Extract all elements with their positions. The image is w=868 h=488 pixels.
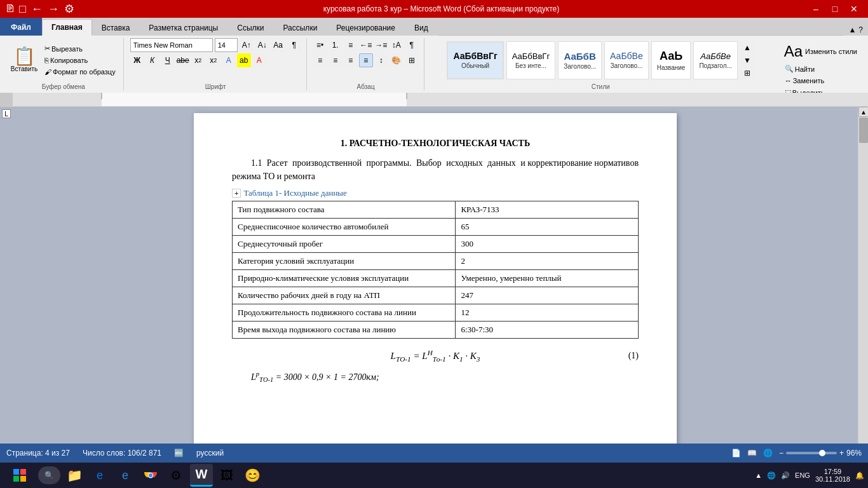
decrease-indent-button[interactable]: ←≡ bbox=[359, 38, 373, 52]
view-print-icon[interactable]: 📄 bbox=[731, 449, 741, 458]
tab-home[interactable]: Главная bbox=[42, 19, 92, 36]
tab-view[interactable]: Вид bbox=[405, 19, 438, 36]
superscript-button[interactable]: x2 bbox=[207, 53, 220, 67]
line-spacing-button[interactable]: ↕ bbox=[374, 53, 388, 67]
status-bar: Страница: 4 из 27 Число слов: 106/2 871 … bbox=[0, 444, 868, 463]
align-left-button[interactable]: ≡ bbox=[313, 53, 327, 67]
style-zagolovok1[interactable]: АаБбВ Заголово... bbox=[558, 41, 602, 79]
highlight-button[interactable]: ab bbox=[237, 53, 251, 67]
scroll-up-button[interactable]: ▲ bbox=[858, 107, 868, 117]
scroll-track[interactable] bbox=[858, 117, 868, 459]
taskbar-search[interactable]: 🔍 bbox=[38, 466, 60, 484]
font-shrink-button[interactable]: A↓ bbox=[255, 38, 269, 52]
text-effects-button[interactable]: A bbox=[222, 53, 236, 67]
view-reading-icon[interactable]: 📖 bbox=[747, 449, 757, 458]
taskbar-settings[interactable]: ⚙ bbox=[165, 464, 187, 487]
maximize-button[interactable]: □ bbox=[826, 3, 844, 15]
format-painter-button[interactable]: 🖌 Формат по образцу bbox=[42, 67, 118, 77]
taskbar-edge[interactable]: e bbox=[88, 464, 111, 487]
show-formatting-button[interactable]: ¶ bbox=[405, 38, 419, 52]
style-obychny-preview: АаБбВвГг bbox=[453, 51, 497, 61]
align-center-button[interactable]: ≡ bbox=[329, 53, 342, 67]
sort-button[interactable]: ↕A bbox=[390, 38, 403, 52]
taskbar-file-explorer[interactable]: 📁 bbox=[63, 464, 86, 487]
font-size-input[interactable] bbox=[215, 38, 238, 52]
tab-page-layout[interactable]: Разметка страницы bbox=[139, 19, 227, 36]
styles-expand[interactable]: ⊞ bbox=[740, 67, 754, 79]
zoom-thumb[interactable] bbox=[819, 450, 825, 456]
multilevel-button[interactable]: ≡ bbox=[344, 38, 358, 52]
tab-references[interactable]: Ссылки bbox=[227, 19, 273, 36]
increase-indent-button[interactable]: →≡ bbox=[374, 38, 388, 52]
view-web-icon[interactable]: 🌐 bbox=[763, 449, 773, 458]
start-button[interactable] bbox=[4, 465, 36, 485]
style-zagolovok2[interactable]: АаБбВе Заголово... bbox=[604, 41, 649, 79]
table-row: Категория условий эксплуатации 2 bbox=[233, 253, 639, 270]
volume-icon[interactable]: 🔊 bbox=[781, 471, 790, 480]
lang-indicator[interactable]: ENG bbox=[795, 471, 810, 479]
italic-button[interactable]: К bbox=[146, 53, 159, 67]
style-zagolovok2-preview: АаБбВе bbox=[610, 51, 643, 61]
network-icon[interactable]: 🌐 bbox=[767, 471, 776, 480]
zoom-in-button[interactable]: + bbox=[839, 449, 844, 458]
strikethrough-button[interactable]: abe bbox=[176, 53, 190, 67]
style-obychny[interactable]: АаБбВвГг Обычный bbox=[447, 41, 503, 79]
close-button[interactable]: ✕ bbox=[845, 3, 863, 15]
styles-scroll-up[interactable]: ▲ bbox=[740, 41, 754, 54]
borders-button[interactable]: ⊞ bbox=[405, 53, 419, 67]
help-icon[interactable]: ? bbox=[858, 25, 863, 34]
clock[interactable]: 17:59 30.11.2018 bbox=[815, 468, 850, 483]
shading-button[interactable]: 🎨 bbox=[390, 53, 403, 67]
font-group: A↑ A↓ Aa ¶ Ж К Ч abe x2 x2 A ab A Шрифт bbox=[125, 38, 307, 90]
vertical-scrollbar[interactable]: ▲ ▼ bbox=[858, 107, 868, 469]
tab-insert[interactable]: Вставка bbox=[92, 19, 140, 36]
zoom-slider[interactable] bbox=[786, 452, 837, 454]
taskbar-app8[interactable]: 😊 bbox=[241, 464, 264, 487]
taskbar-photos[interactable]: 🖼 bbox=[215, 464, 238, 487]
numbering-button[interactable]: 1. bbox=[329, 38, 342, 52]
style-nazvaniye[interactable]: АаЬ Название bbox=[651, 41, 691, 79]
justify-button[interactable]: ≡ bbox=[359, 53, 373, 67]
taskbar-chrome[interactable] bbox=[139, 464, 162, 487]
font-color-button[interactable]: A bbox=[252, 53, 266, 67]
underline-button[interactable]: Ч bbox=[161, 53, 175, 67]
table-cell-label: Среднесписочное количество автомобилей bbox=[233, 219, 456, 236]
notifications-icon[interactable]: 🔔 bbox=[855, 471, 864, 480]
find-button[interactable]: 🔍 Найти bbox=[782, 64, 817, 74]
ribbon-collapse-icon[interactable]: ▲ bbox=[848, 25, 856, 34]
style-bez-inte[interactable]: АаБбВвГг Без инте... bbox=[506, 41, 555, 79]
subscript-button[interactable]: x2 bbox=[191, 53, 205, 67]
font-grow-button[interactable]: A↑ bbox=[240, 38, 254, 52]
scroll-thumb[interactable] bbox=[859, 118, 868, 143]
replace-button[interactable]: ↔ Заменить bbox=[782, 76, 827, 86]
table-cell-value: 247 bbox=[456, 287, 639, 304]
tab-mailings[interactable]: Рассылки bbox=[273, 19, 327, 36]
align-right-button[interactable]: ≡ bbox=[344, 53, 358, 67]
table-expand-button[interactable]: + bbox=[232, 189, 241, 198]
style-podzagolovok[interactable]: АаБбВе Подзагол... bbox=[693, 41, 737, 79]
paste-button[interactable]: 📋 Вставить bbox=[9, 41, 39, 79]
zoom-control[interactable]: − + 96% bbox=[779, 449, 862, 458]
tab-file[interactable]: Файл bbox=[0, 18, 42, 36]
bold-button[interactable]: Ж bbox=[130, 53, 144, 67]
change-styles-button[interactable]: Aa Изменить стили bbox=[782, 41, 859, 62]
table-row: Среднесписочное количество автомобилей 6… bbox=[233, 219, 639, 236]
find-label: Найти bbox=[795, 65, 815, 73]
styles-scroll-down[interactable]: ▼ bbox=[740, 54, 754, 67]
zoom-out-button[interactable]: − bbox=[779, 449, 783, 458]
show-hide-button[interactable]: ¶ bbox=[287, 38, 301, 52]
selection-handle[interactable]: L bbox=[2, 109, 11, 118]
tray-chevron-icon[interactable]: ▲ bbox=[755, 471, 762, 479]
taskbar-word[interactable]: W bbox=[190, 464, 213, 487]
table-cell-label: Продолжительность подвижного состава на … bbox=[233, 304, 456, 322]
clear-format-button[interactable]: Aa bbox=[271, 38, 285, 52]
bullets-button[interactable]: ≡• bbox=[313, 38, 327, 52]
cut-button[interactable]: ✂ Вырезать bbox=[42, 43, 118, 54]
taskbar-ie[interactable]: e bbox=[114, 464, 137, 487]
tab-review[interactable]: Рецензирование bbox=[327, 19, 405, 36]
minimize-button[interactable]: – bbox=[807, 3, 825, 15]
ruler-svg bbox=[13, 93, 858, 107]
change-styles-icon: Aa bbox=[784, 43, 803, 60]
copy-button[interactable]: ⎘ Копировать bbox=[42, 55, 118, 65]
font-name-input[interactable] bbox=[130, 38, 213, 52]
